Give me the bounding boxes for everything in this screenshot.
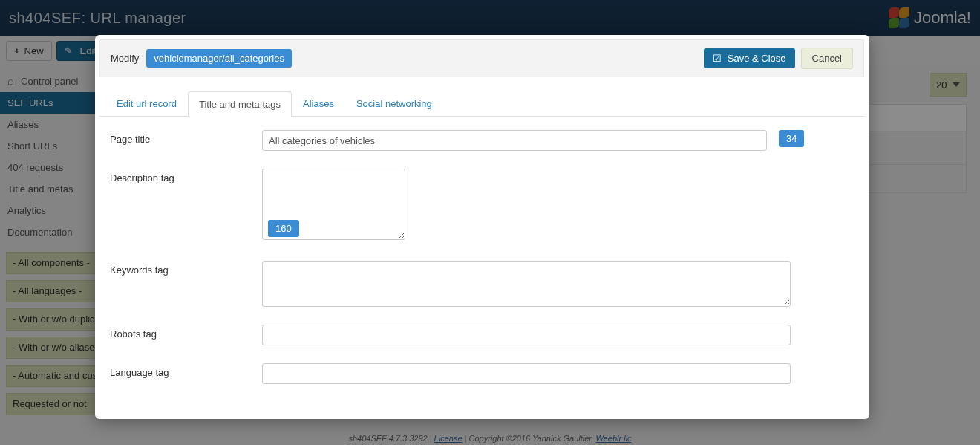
tab-edit-url-record[interactable]: Edit url record <box>105 91 188 116</box>
row-keywords: Keywords tag <box>110 261 854 307</box>
row-description: Description tag 160 <box>110 169 854 243</box>
row-page-title: Page title 34 <box>110 130 854 151</box>
url-pill: vehiclemanager/all_categories <box>146 49 292 68</box>
tab-title-and-meta-tags[interactable]: Title and meta tags <box>188 91 292 117</box>
keywords-label: Keywords tag <box>110 261 262 276</box>
modal-header: Modify vehiclemanager/all_categories Sav… <box>99 39 864 77</box>
save-icon <box>713 53 723 64</box>
description-label: Description tag <box>110 169 262 183</box>
modal-tabs: Edit url record Title and meta tags Alia… <box>99 91 864 117</box>
row-robots: Robots tag <box>110 325 854 345</box>
form-area: Page title 34 Description tag 160 Keywor… <box>99 117 864 399</box>
page-title-counter: 34 <box>779 130 804 147</box>
modal-scroll-area[interactable]: Modify vehiclemanager/all_categories Sav… <box>99 39 865 415</box>
robots-input[interactable] <box>262 325 791 345</box>
save-close-button[interactable]: Save & Close <box>704 48 795 68</box>
robots-label: Robots tag <box>110 325 262 340</box>
cancel-button[interactable]: Cancel <box>801 48 853 69</box>
modal-header-actions: Save & Close Cancel <box>704 48 853 69</box>
modify-label: Modify <box>111 53 139 64</box>
row-language: Language tag <box>110 363 854 384</box>
tab-social-networking[interactable]: Social networking <box>345 91 443 116</box>
tab-aliases[interactable]: Aliases <box>292 91 345 116</box>
keywords-textarea[interactable] <box>262 261 791 307</box>
page-title-label: Page title <box>110 130 262 145</box>
edit-modal: × Modify vehiclemanager/all_categories S… <box>95 35 869 419</box>
description-counter: 160 <box>268 220 299 237</box>
language-input[interactable] <box>262 363 791 384</box>
page-title-input[interactable] <box>262 130 767 151</box>
language-label: Language tag <box>110 363 262 378</box>
save-close-label: Save & Close <box>728 53 786 64</box>
